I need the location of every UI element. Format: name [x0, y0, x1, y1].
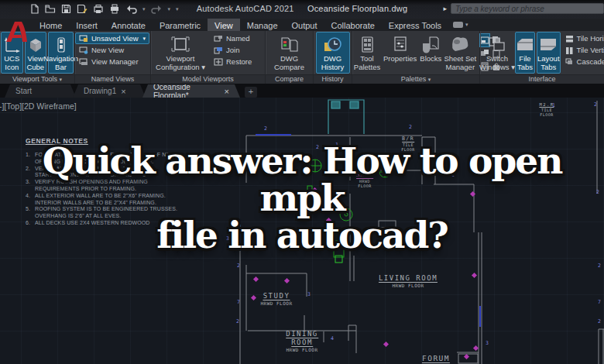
- ribbon-panel-area: UCSIcon ViewCube NavigationBar Viewport …: [0, 31, 604, 84]
- blocks-button[interactable]: Blocks: [419, 32, 442, 74]
- chevron-down-icon: ▾: [142, 36, 146, 42]
- room-label-dining-room: DINING ROOM HRWD FLOOR: [286, 330, 318, 352]
- redo-caret-icon[interactable]: ▾: [168, 6, 171, 12]
- panel-label-viewport-tools[interactable]: Viewport Tools ▾: [0, 74, 74, 84]
- drawing-canvas[interactable]: [-][Top][2D Wireframe]: [0, 98, 604, 364]
- panel-label-interface[interactable]: Interface: [480, 74, 604, 84]
- dwg-history-button[interactable]: DWGHistory: [316, 32, 350, 74]
- panel-label-history[interactable]: History: [314, 74, 352, 84]
- help-search-input[interactable]: [451, 3, 604, 14]
- tab-manage[interactable]: Manage: [240, 19, 285, 31]
- open-folder-icon[interactable]: [45, 4, 56, 14]
- new-drawing-tab-button[interactable]: +: [245, 87, 257, 98]
- qat-customize-icon[interactable]: ▾: [176, 6, 179, 12]
- file-tabs-button[interactable]: FileTabs: [515, 32, 535, 74]
- named-viewport-icon: [214, 35, 223, 43]
- dim-number: 3: [307, 291, 311, 297]
- dim-number: 1: [451, 172, 455, 178]
- dwg-compare-button[interactable]: DWGCompare: [269, 32, 311, 74]
- switch-windows-icon: [487, 35, 507, 55]
- dim-number: 2: [594, 101, 597, 108]
- dim-number: 3: [226, 235, 229, 242]
- room-label-hall: HALL HRWD FLOOR: [356, 172, 373, 188]
- properties-icon: [392, 35, 409, 55]
- file-tab-start[interactable]: Start: [5, 84, 76, 98]
- tile-vertically-button[interactable]: Tile Vertically: [561, 44, 604, 56]
- tab-output[interactable]: Output: [285, 19, 324, 31]
- ribbon-tab-bar: Home Insert Annotate Parametric View Man…: [0, 19, 604, 31]
- room-label-forum: FORUM: [422, 354, 450, 363]
- dim-number: 7: [598, 299, 601, 305]
- save-as-icon[interactable]: [77, 4, 88, 14]
- panel-label-compare[interactable]: Compare: [266, 74, 313, 84]
- quick-access-toolbar: ▾ ▾ ▾: [29, 4, 179, 14]
- redo-icon[interactable]: [151, 4, 163, 14]
- panel-compare: DWGCompare Compare: [266, 31, 314, 84]
- dim-number: 2: [409, 124, 412, 130]
- restore-viewport-icon: [214, 58, 223, 66]
- tab-express-tools[interactable]: Express Tools: [382, 19, 448, 31]
- tab-insert[interactable]: Insert: [69, 19, 105, 31]
- ribbon-display-toggle[interactable]: ▾: [453, 19, 468, 31]
- unsaved-view-dropdown[interactable]: Unsaved View ▾: [75, 33, 149, 44]
- autocad-window: { "titlebar": { "app": "Autodesk AutoCAD…: [0, 0, 604, 364]
- tab-collaborate[interactable]: Collaborate: [324, 19, 382, 31]
- panel-history: DWGHistory History: [314, 31, 352, 84]
- tab-annotate[interactable]: Annotate: [105, 19, 153, 31]
- properties-button[interactable]: Properties: [383, 32, 417, 74]
- dim-number: 2: [596, 189, 599, 195]
- join-viewport-button[interactable]: Join: [210, 44, 256, 56]
- chevron-down-icon: ▾: [201, 63, 205, 71]
- layout-tabs-button[interactable]: LayoutTabs: [537, 32, 561, 74]
- panel-label-model-viewports[interactable]: Model Viewports: [151, 74, 265, 84]
- file-tab-oceanside-floorplan[interactable]: Oceanside Floorplan* ×: [142, 84, 240, 98]
- view-manager-icon: [79, 58, 88, 66]
- general-notes: GENERAL NOTES 1.FOUNDATION VENTILATION E…: [26, 137, 204, 227]
- close-icon[interactable]: ×: [121, 87, 125, 96]
- dim-number: 2: [598, 263, 601, 269]
- print-icon[interactable]: [109, 4, 120, 14]
- new-file-icon[interactable]: [29, 4, 39, 14]
- restore-viewport-button[interactable]: Restore: [210, 56, 256, 67]
- tile-vertical-icon: [565, 46, 574, 54]
- plot-icon[interactable]: [93, 4, 104, 14]
- sheet-set-manager-icon: [450, 35, 470, 55]
- tab-parametric[interactable]: Parametric: [153, 19, 208, 31]
- viewport-configuration-button[interactable]: ViewportConfiguration ▾: [152, 32, 209, 74]
- ribbon-toggle-icon: [453, 22, 463, 28]
- autocad-logo-app-button[interactable]: [5, 20, 29, 43]
- dwg-compare-icon: [280, 35, 300, 55]
- switch-windows-button[interactable]: SwitchWindows ▾: [481, 32, 513, 74]
- tab-view[interactable]: View: [208, 19, 240, 31]
- join-viewport-icon: [214, 46, 223, 54]
- undo-icon[interactable]: [125, 4, 137, 14]
- view-cube-icon: [27, 35, 44, 55]
- dim-number: 2: [264, 125, 267, 132]
- search-expand-icon[interactable]: ▸: [443, 5, 447, 12]
- view-manager-button[interactable]: View Manager: [75, 56, 149, 67]
- navigation-bar-icon: [53, 35, 70, 55]
- tab-home[interactable]: Home: [33, 19, 69, 31]
- cascade-button[interactable]: Cascade: [561, 56, 604, 67]
- new-view-button[interactable]: New View: [75, 44, 149, 56]
- dim-number: 2: [598, 318, 601, 325]
- cascade-icon: [565, 58, 574, 66]
- file-tab-drawing1[interactable]: Drawing1 ×: [73, 84, 146, 98]
- dim-number: 2: [237, 263, 240, 269]
- view-flag-icon: [79, 35, 88, 43]
- panel-label-named-views[interactable]: Named Views: [75, 74, 150, 84]
- blocks-icon: [421, 35, 440, 55]
- navigation-bar-button[interactable]: NavigationBar: [48, 32, 74, 74]
- tool-palettes-button[interactable]: ToolPalettes: [353, 32, 381, 74]
- layout-tabs-icon: [539, 35, 558, 55]
- save-icon[interactable]: [61, 4, 71, 14]
- tile-horizontally-button[interactable]: Tile Horizontally: [561, 33, 604, 44]
- panel-label-palettes[interactable]: Palettes ▾: [352, 74, 479, 84]
- sheet-set-manager-button[interactable]: Sheet SetManager: [444, 32, 476, 74]
- named-viewport-button[interactable]: Named: [210, 33, 256, 44]
- close-icon[interactable]: ×: [225, 87, 229, 96]
- undo-caret-icon[interactable]: ▾: [142, 6, 146, 12]
- app-title: Autodesk AutoCAD 2021: [197, 4, 294, 13]
- title-bar: ▾ ▾ ▾ Autodesk AutoCAD 2021 Oceanside Fl…: [0, 0, 604, 19]
- new-view-icon: [79, 46, 88, 54]
